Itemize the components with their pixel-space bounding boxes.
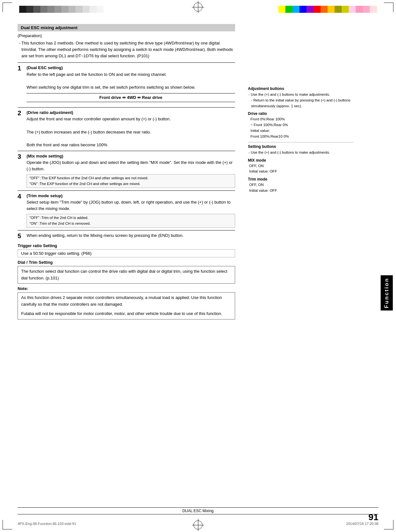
step-4-info-off: "OFF" :Trim of the 2nd CH is added. [29, 215, 232, 221]
footer-bar: DUAL ESC Mixing [18, 507, 378, 514]
step-2-content: (Drive ratio adjustment) Adjust the fron… [27, 109, 235, 148]
step-2-text3: Both the front and rear ratios become 10… [27, 142, 107, 147]
step-2-text1: Adjust the front and rear motor controll… [27, 117, 171, 121]
step-3-title: (Mix mode setting) [27, 154, 63, 158]
preparation-label: (Preparation) [18, 33, 235, 38]
front-rear-table: Front drive ⇔ 4WD ⇔ Rear drive [27, 93, 235, 102]
step-2: 2 (Drive ratio adjustment) Adjust the fr… [18, 107, 235, 148]
step-5-number: 5 [18, 232, 27, 239]
trim-mode-title: Trim mode [248, 177, 353, 181]
trigger-box: Use a 50:50 trigger ratio setting. (P66) [18, 249, 235, 257]
dial-title: Dial / Trim Setting [18, 260, 235, 265]
trim-mode-content: OFF, ON Initial value: OFF [248, 182, 353, 194]
step-1: 1 (Dual ESC setting) Refer to the left p… [18, 62, 235, 105]
step-3-info-off: "OFF" :The EXP function of the 2nd CH an… [29, 175, 232, 181]
note-title: Note: [18, 286, 235, 291]
section-header: Dual ESC mixing adjustment [18, 24, 235, 31]
step-4: 4 (Trim mode setup) Select setup item "T… [18, 190, 235, 228]
crosshair-top [194, 3, 202, 12]
bottom-info-right: 2014/07/18 17:20:38 [346, 522, 378, 526]
dial-box: The function select dial function can co… [18, 266, 235, 284]
preparation-content: - This function has 2 methods. One metho… [18, 40, 235, 59]
dial-section: Dial / Trim Setting The function select … [18, 260, 235, 284]
step-4-content: (Trim mode setup) Select setup item "Tri… [27, 193, 235, 228]
trigger-title: Trigger ratio Setting [18, 243, 235, 248]
prep-dash: - [19, 41, 21, 45]
step-4-title: (Trim mode setup) [27, 193, 63, 198]
crosshair-bottom [194, 520, 202, 529]
step-3-number: 3 [18, 153, 27, 188]
trigger-section: Trigger ratio Setting Use a 50:50 trigge… [18, 243, 235, 257]
front-rear-label: Front drive ⇔ 4WD ⇔ Rear drive [99, 95, 162, 100]
step-5-content: When ending setting, return to the Mixin… [27, 232, 184, 239]
drive-ratio-title: Drive ratio [248, 111, 353, 116]
function-label: Function [384, 278, 390, 308]
corner-mark-tl [3, 3, 12, 12]
step-1-text1: Refer to the left page and set the funct… [27, 72, 167, 77]
right-column: Adjustment buttons - Use the (+) and (-)… [248, 86, 353, 196]
step-2-text2: The (+) button increases and the (-) but… [27, 130, 151, 134]
main-content: Dual ESC mixing adjustment (Preparation)… [18, 24, 378, 513]
page-number: 91 [368, 512, 378, 522]
setting-buttons-content: - Use the (+) and (-) buttons to make ad… [248, 150, 353, 156]
corner-mark-tr [384, 3, 393, 12]
step-4-number: 4 [18, 193, 27, 228]
mix-mode-title: MIX mode [248, 158, 353, 163]
function-tab: Function [381, 275, 393, 310]
note-line1: As this function drives 2 separate motor… [21, 294, 232, 308]
right-divider [248, 142, 353, 142]
bottom-info-left: 4PX-Eng-08-Function-66-103.indd 91 [18, 522, 76, 526]
drive-ratio-content: Front 0%:Rear 100% ~ Front 100%:Rear 0% … [248, 117, 353, 139]
step-3-text1: Operate the (JOG) button up and down and… [27, 160, 233, 171]
color-bar [278, 6, 377, 13]
note-box: As this function drives 2 separate motor… [18, 292, 235, 319]
mix-mode-content: OFF, ON Initial value: OFF [248, 163, 353, 175]
step-2-title: (Drive ratio adjustment) [27, 110, 73, 115]
step-1-title: (Dual ESC setting) [27, 65, 63, 70]
note-section: Note: As this function drives 2 separate… [18, 286, 235, 319]
adj-buttons-text2: - Return to the initial value by pressin… [249, 98, 353, 109]
step-1-content: (Dual ESC setting) Refer to the left pag… [27, 65, 235, 105]
step-1-text2: When switching by one digital trim is se… [27, 85, 195, 90]
prep-text: This function has 2 methods. One method … [21, 41, 233, 58]
step-3-content: (Mix mode setting) Operate the (JOG) but… [27, 153, 235, 188]
step-2-number: 2 [18, 109, 27, 148]
step-4-infobox: "OFF" :Trim of the 2nd CH is added. "ON"… [27, 214, 235, 228]
corner-mark-bl [3, 520, 12, 529]
step-3-infobox: "OFF" :The EXP function of the 2nd CH an… [27, 174, 235, 188]
corner-mark-br [384, 520, 393, 529]
adj-buttons-title: Adjustment buttons [248, 86, 353, 91]
step-3: 3 (Mix mode setting) Operate the (JOG) b… [18, 151, 235, 188]
grayscale-bar [19, 6, 104, 13]
step-4-info-on: "ON" :Trim of the 2nd CH is removed. [29, 221, 232, 226]
step-5: 5 When ending setting, return to the Mix… [18, 230, 235, 239]
footer-text: DUAL ESC Mixing [182, 509, 214, 513]
note-line2: Futaba will not be responsible for motor… [21, 310, 232, 317]
step-3-info-on: "ON" :The EXP function of the 2nd CH and… [29, 181, 232, 187]
adj-buttons-content-1: - Use the (+) and (-) buttons to make ad… [248, 92, 353, 109]
setting-buttons-title: Setting buttons [248, 144, 353, 149]
left-column: Dual ESC mixing adjustment (Preparation)… [18, 24, 235, 322]
step-1-number: 1 [18, 65, 27, 105]
section-title: Dual ESC mixing adjustment [21, 25, 77, 30]
adj-buttons-text1: - Use the (+) and (-) buttons to make ad… [249, 92, 353, 98]
step-4-text1: Select setup item "Trim mode" by (JOG) b… [27, 200, 231, 211]
